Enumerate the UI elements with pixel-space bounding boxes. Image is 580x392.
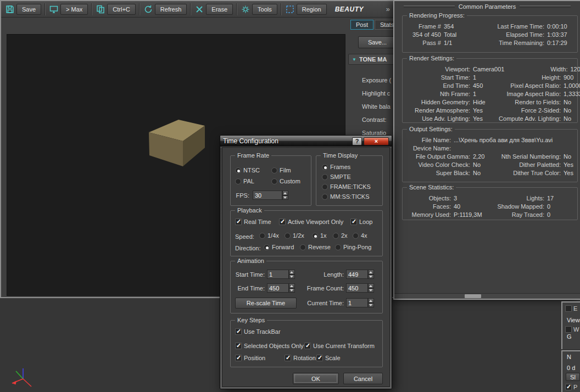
fragment-checkbox-row[interactable]: E: [562, 304, 580, 312]
cancel-button[interactable]: Cancel: [343, 373, 383, 384]
param-label: Height:: [498, 74, 561, 82]
param-value: 0: [547, 211, 550, 219]
radio-frame-ticks[interactable]: FRAME:TICKS: [322, 183, 371, 190]
length-label: Length:: [311, 271, 344, 278]
param-label: Video Color Check:: [407, 161, 470, 169]
checkbox-position[interactable]: Position: [235, 355, 265, 361]
table-row: Super Black:No Dither True Color:Yes: [407, 169, 577, 177]
radio-ntsc[interactable]: NTSC: [235, 167, 260, 173]
radio-mm-ss-ticks[interactable]: MM:SS:TICKS: [322, 193, 370, 200]
param-label: Exposure (: [362, 74, 391, 87]
checkbox-rotation[interactable]: Rotation: [285, 355, 316, 361]
render-settings-section: Render Settings: Viewport:Camera001 Widt…: [402, 58, 578, 123]
checkbox-active-viewport-only[interactable]: Active Viewport Only: [279, 219, 343, 225]
rollout-header-common-parameters[interactable]: Common Parameters: [400, 3, 575, 10]
param-label: Render Atmosphere:: [407, 107, 470, 115]
fps-spinner[interactable]: [282, 191, 288, 200]
radio-direction-ping-pong[interactable]: Ping-Pong: [335, 244, 371, 250]
toolbar-refresh-button[interactable]: Refresh: [142, 4, 189, 15]
radio-smpte[interactable]: SMPTE: [322, 173, 351, 180]
fragment-button[interactable]: Sl: [566, 373, 580, 381]
tab-stats[interactable]: Stats: [375, 20, 394, 30]
fps-input[interactable]: [253, 191, 282, 200]
fragment-rollout-label[interactable]: N: [562, 354, 580, 360]
scrollbar-thumb[interactable]: [465, 294, 481, 298]
checkbox-icon: [565, 326, 572, 333]
output-settings-section: Output Settings: File Name: ...\Хрень пр…: [402, 129, 578, 182]
radio-speed-quarter[interactable]: 1/4x: [259, 232, 279, 239]
radio-pal[interactable]: PAL: [235, 178, 254, 184]
end-time-input[interactable]: [267, 283, 289, 293]
radio-label: 2x: [341, 232, 348, 239]
dialog-help-button[interactable]: ?: [352, 137, 362, 145]
tab-post[interactable]: Post: [350, 20, 373, 30]
radio-speed-half[interactable]: 1/2x: [285, 232, 304, 239]
ok-button[interactable]: OK: [293, 373, 339, 384]
param-label: Frame #: [407, 23, 441, 31]
param-value: 1200: [570, 65, 580, 74]
param-label: Pixel Aspect Ratio:: [498, 82, 561, 90]
horizontal-scrollbar[interactable]: [394, 293, 580, 299]
radio-speed-1x[interactable]: 1x: [312, 232, 327, 239]
fps-label: FPS:: [235, 192, 249, 199]
radio-icon: [353, 233, 359, 239]
param-value: Yes: [564, 161, 573, 169]
frame-count-label: Frame Count:: [305, 285, 344, 292]
param-value: 450: [473, 82, 483, 90]
dialog-close-button[interactable]: ×: [364, 137, 389, 145]
rendering-progress-section: Rendering Progress: Frame #354 Last Fram…: [402, 15, 578, 53]
current-time-input[interactable]: [346, 298, 368, 307]
radio-speed-2x[interactable]: 2x: [333, 232, 348, 239]
checkbox-icon: [235, 343, 242, 349]
start-time-label: Start Time:: [232, 271, 265, 278]
radio-custom[interactable]: Custom: [271, 178, 300, 184]
current-time-label: Current Time:: [305, 300, 344, 306]
param-label: Shadow Mapped:: [489, 203, 544, 211]
radio-direction-reverse[interactable]: Reverse: [300, 244, 331, 250]
end-time-spinner[interactable]: [289, 283, 295, 293]
frame-count-input[interactable]: [346, 283, 368, 293]
toolbar-save-button[interactable]: Save: [3, 4, 43, 15]
rescale-time-button[interactable]: Re-scale Time: [235, 298, 297, 309]
param-value: 17: [547, 194, 554, 203]
start-time-spinner[interactable]: [289, 270, 295, 279]
radio-direction-forward[interactable]: Forward: [264, 244, 294, 250]
toolbar-erase-button[interactable]: Erase: [193, 4, 235, 15]
vfb-save-button[interactable]: Save...: [358, 36, 394, 48]
tone-mapping-rollout[interactable]: ▼ TONE MA: [348, 54, 394, 65]
current-time-spinner[interactable]: [368, 298, 374, 307]
param-label: Width:: [504, 65, 567, 74]
checkbox-loop[interactable]: Loop: [350, 219, 372, 225]
dialog-title: Time Configuration: [223, 137, 350, 145]
length-input[interactable]: [346, 270, 368, 279]
radio-frames[interactable]: Frames: [322, 164, 350, 170]
checkbox-icon: [235, 328, 242, 335]
checkbox-real-time[interactable]: Real Time: [235, 219, 271, 225]
toolbar-copy-button[interactable]: Ctrl+C: [94, 4, 137, 15]
toolbar-region-button[interactable]: Region: [283, 4, 328, 15]
radio-icon: [322, 164, 328, 170]
radio-label: Film: [280, 167, 291, 173]
table-row: End Time:450 Pixel Aspect Ratio:1,00000: [407, 82, 577, 90]
fragment-checkbox-row[interactable]: W: [562, 325, 580, 333]
fragment-checkbox-row[interactable]: P: [562, 383, 580, 391]
checkbox-selected-objects-only[interactable]: Selected Objects Only: [235, 343, 304, 349]
toolbar-tools-button[interactable]: Tools: [239, 4, 279, 15]
group-label: Frame Rate: [235, 152, 271, 159]
time-display-group: Time Display Frames SMPTE FRAME:TICKS MM…: [316, 155, 383, 206]
toolbar-max-button[interactable]: > Max: [47, 4, 90, 15]
radio-speed-4x[interactable]: 4x: [353, 232, 367, 239]
checkbox-use-current-transform[interactable]: Use Current Transform: [304, 343, 375, 349]
length-spinner[interactable]: [368, 270, 374, 279]
toolbar-overflow-chevron[interactable]: »: [386, 5, 392, 13]
checkbox-use-trackbar[interactable]: Use TrackBar: [235, 328, 281, 335]
frame-count-spinner[interactable]: [368, 283, 374, 293]
radio-film[interactable]: Film: [271, 167, 291, 173]
checkbox-label: Active Viewport Only: [288, 219, 343, 225]
checkbox-scale[interactable]: Scale: [316, 355, 341, 361]
start-time-input[interactable]: [267, 270, 289, 279]
dialog-titlebar[interactable]: Time Configuration ? ×: [220, 136, 392, 147]
checkbox-label: Scale: [325, 355, 341, 361]
radio-label: Frames: [330, 164, 350, 170]
toolbar-separator: [236, 3, 237, 15]
